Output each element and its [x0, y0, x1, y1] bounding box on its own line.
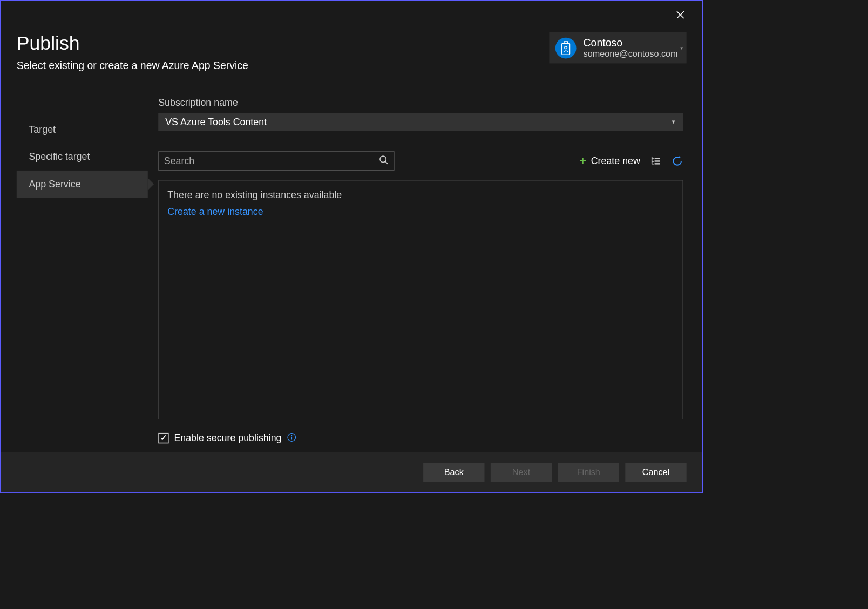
- sidebar-item-target[interactable]: Target: [17, 116, 148, 143]
- enable-secure-publishing-checkbox[interactable]: [158, 433, 168, 443]
- account-name: Contoso: [584, 37, 678, 49]
- plus-icon: +: [579, 154, 586, 168]
- tree-view-toggle-button[interactable]: [650, 155, 661, 166]
- next-button: Next: [491, 463, 552, 482]
- refresh-icon: [672, 155, 683, 167]
- create-instance-link[interactable]: Create a new instance: [167, 206, 674, 218]
- svg-line-5: [385, 161, 388, 164]
- page-subtitle: Select existing or create a new Azure Ap…: [17, 59, 248, 72]
- sidebar-item-label: Target: [29, 124, 56, 135]
- account-email: someone@contoso.com: [584, 49, 678, 59]
- empty-state-message: There are no existing instances availabl…: [167, 190, 674, 201]
- finish-button: Finish: [558, 463, 619, 482]
- refresh-button[interactable]: [672, 155, 683, 167]
- svg-point-10: [291, 435, 292, 436]
- search-box[interactable]: [158, 151, 394, 171]
- wizard-steps-sidebar: Target Specific target App Service: [17, 97, 148, 453]
- header: Publish Select existing or create a new …: [17, 32, 248, 72]
- sidebar-item-app-service[interactable]: App Service: [17, 171, 148, 198]
- page-title: Publish: [17, 32, 248, 55]
- chevron-down-icon: ▼: [680, 45, 684, 50]
- svg-rect-11: [291, 437, 292, 440]
- sidebar-item-label: App Service: [29, 178, 80, 189]
- info-icon: [287, 432, 296, 442]
- svg-rect-8: [655, 163, 660, 164]
- info-button[interactable]: [287, 432, 296, 444]
- chevron-down-icon: ▼: [671, 119, 676, 125]
- search-input[interactable]: [164, 155, 375, 167]
- sidebar-item-label: Specific target: [29, 151, 90, 162]
- instances-list: There are no existing instances availabl…: [158, 180, 683, 419]
- close-icon: [676, 10, 684, 19]
- back-button[interactable]: Back: [423, 463, 484, 482]
- svg-rect-7: [655, 160, 660, 161]
- svg-rect-6: [655, 158, 660, 159]
- subscription-label: Subscription name: [158, 97, 683, 109]
- subscription-dropdown[interactable]: VS Azure Tools Content ▼: [158, 113, 683, 131]
- account-avatar-icon: [555, 37, 577, 58]
- subscription-value: VS Azure Tools Content: [165, 116, 267, 127]
- svg-point-3: [565, 46, 567, 49]
- enable-secure-publishing-label: Enable secure publishing: [174, 432, 281, 444]
- footer: Back Next Finish Cancel: [1, 452, 702, 492]
- create-new-button[interactable]: + Create new: [579, 154, 640, 168]
- search-icon: [379, 155, 389, 167]
- account-selector[interactable]: Contoso someone@contoso.com ▼: [549, 32, 686, 64]
- create-new-label: Create new: [591, 155, 640, 167]
- svg-point-4: [380, 156, 386, 162]
- account-info: Contoso someone@contoso.com: [584, 37, 678, 59]
- sidebar-item-specific-target[interactable]: Specific target: [17, 144, 148, 171]
- cancel-button[interactable]: Cancel: [625, 463, 686, 482]
- tree-view-icon: [650, 155, 661, 166]
- close-button[interactable]: [674, 9, 687, 21]
